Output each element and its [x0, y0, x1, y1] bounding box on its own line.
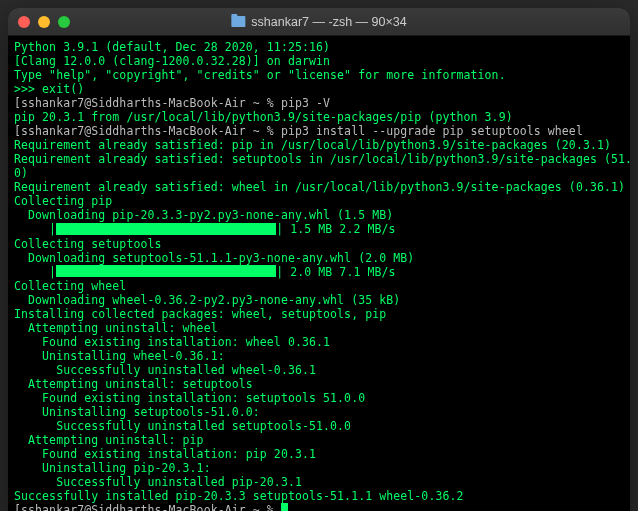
output-line: Uninstalling pip-20.3.1: — [14, 461, 211, 475]
traffic-lights — [18, 16, 70, 28]
output-line: Successfully uninstalled wheel-0.36.1 — [14, 363, 316, 377]
output-line: Found existing installation: pip 20.3.1 — [14, 447, 316, 461]
output-line: Collecting setuptools — [14, 237, 162, 251]
zoom-button[interactable] — [58, 16, 70, 28]
output-line: Successfully installed pip-20.3.3 setupt… — [14, 489, 464, 503]
output-line: Found existing installation: setuptools … — [14, 391, 365, 405]
progress-bar — [56, 265, 276, 277]
output-line: Uninstalling wheel-0.36.1: — [14, 349, 225, 363]
folder-icon — [231, 16, 245, 27]
progress-prefix: | — [14, 265, 56, 279]
output-line: Successfully uninstalled setuptools-51.0… — [14, 419, 351, 433]
output-line: Attempting uninstall: pip — [14, 433, 204, 447]
output-line: 0) — [14, 166, 28, 180]
command-text: pip3 -V — [281, 96, 330, 110]
output-line: Downloading pip-20.3.3-py2.py3-none-any.… — [14, 208, 393, 222]
prompt: [sshankar7@Siddharths-MacBook-Air ~ % — [14, 96, 281, 110]
progress-prefix: | — [14, 222, 56, 236]
output-line: [Clang 12.0.0 (clang-1200.0.32.28)] on d… — [14, 54, 330, 68]
output-line: Uninstalling setuptools-51.0.0: — [14, 405, 260, 419]
output-line: Type "help", "copyright", "credits" or "… — [14, 68, 506, 82]
output-line: Installing collected packages: wheel, se… — [14, 307, 386, 321]
output-line: Collecting wheel — [14, 279, 126, 293]
output-line: Found existing installation: wheel 0.36.… — [14, 335, 330, 349]
progress-bar — [56, 223, 276, 235]
title-text: sshankar7 — -zsh — 90×34 — [251, 15, 406, 29]
output-line: Downloading wheel-0.36.2-py2.py3-none-an… — [14, 293, 400, 307]
output-line: Collecting pip — [14, 194, 112, 208]
progress-suffix: | 2.0 MB 7.1 MB/s — [276, 265, 395, 279]
output-line: Python 3.9.1 (default, Dec 28 2020, 11:2… — [14, 40, 330, 54]
minimize-button[interactable] — [38, 16, 50, 28]
output-line: Downloading setuptools-51.1.1-py3-none-a… — [14, 251, 414, 265]
output-line: Requirement already satisfied: wheel in … — [14, 180, 625, 194]
prompt: [sshankar7@Siddharths-MacBook-Air ~ % — [14, 503, 281, 511]
output-line: >>> exit() — [14, 82, 84, 96]
output-line: Successfully uninstalled pip-20.3.1 — [14, 475, 302, 489]
titlebar[interactable]: sshankar7 — -zsh — 90×34 — [8, 8, 630, 36]
output-line: Requirement already satisfied: setuptool… — [14, 152, 630, 166]
prompt: [sshankar7@Siddharths-MacBook-Air ~ % — [14, 124, 281, 138]
terminal-content[interactable]: Python 3.9.1 (default, Dec 28 2020, 11:2… — [8, 36, 630, 511]
progress-suffix: | 1.5 MB 2.2 MB/s — [276, 222, 395, 236]
window-title: sshankar7 — -zsh — 90×34 — [231, 15, 406, 29]
output-line: pip 20.3.1 from /usr/local/lib/python3.9… — [14, 110, 513, 124]
close-button[interactable] — [18, 16, 30, 28]
output-line: Requirement already satisfied: pip in /u… — [14, 138, 611, 152]
terminal-window: sshankar7 — -zsh — 90×34 Python 3.9.1 (d… — [8, 8, 630, 511]
output-line: Attempting uninstall: setuptools — [14, 377, 253, 391]
command-text: pip3 install --upgrade pip setuptools wh… — [281, 124, 583, 138]
cursor — [281, 503, 288, 511]
output-line: Attempting uninstall: wheel — [14, 321, 218, 335]
